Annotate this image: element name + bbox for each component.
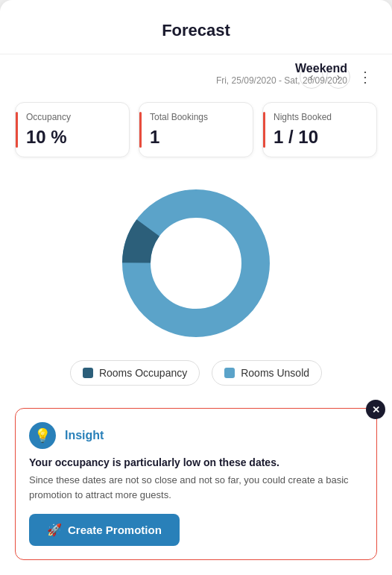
insight-header: 💡 Insight	[29, 422, 363, 449]
legend-occupancy: Rooms Occupancy	[70, 360, 200, 386]
legend-row: Rooms Occupancy Rooms Unsold	[0, 353, 392, 400]
insight-bold: Your occupancy is particularly low on th…	[29, 456, 363, 468]
insight-icon-wrap: 💡	[29, 422, 56, 449]
stat-occupancy: Occupancy 10 %	[15, 102, 130, 157]
header: Forecast	[0, 0, 392, 54]
insight-box: ✕ 💡 Insight Your occupancy is particular…	[15, 408, 377, 560]
stats-row: Occupancy 10 % Total Bookings 1 Nights B…	[0, 93, 392, 166]
legend-unsold: Rooms Unsold	[212, 360, 322, 386]
rocket-icon: 🚀	[47, 523, 62, 537]
nav-dates: Fri, 25/09/2020 - Sat, 26/09/2020	[216, 75, 347, 86]
legend-occupancy-dot	[83, 368, 93, 378]
nav-row: Weekend Fri, 25/09/2020 - Sat, 26/09/202…	[0, 54, 392, 93]
page-title: Forecast	[162, 21, 230, 40]
chart-section	[0, 166, 392, 353]
more-button[interactable]: ⋮	[353, 65, 377, 89]
legend-unsold-dot	[224, 368, 235, 378]
legend-occupancy-label: Rooms Occupancy	[99, 367, 187, 379]
legend-unsold-label: Rooms Unsold	[241, 367, 309, 379]
close-button[interactable]: ✕	[366, 400, 385, 419]
stat-nights: Nights Booked 1 / 10	[262, 102, 377, 157]
stat-bookings-value: 1	[150, 127, 242, 148]
bulb-icon: 💡	[34, 427, 51, 444]
stat-bookings-label: Total Bookings	[150, 112, 242, 122]
stat-nights-label: Nights Booked	[274, 112, 366, 122]
period-label: Weekend	[216, 62, 347, 75]
nav-label: Weekend Fri, 25/09/2020 - Sat, 26/09/202…	[216, 62, 347, 86]
stat-bookings: Total Bookings 1	[139, 102, 253, 157]
insight-title: Insight	[65, 429, 104, 442]
stat-nights-value: 1 / 10	[274, 127, 366, 148]
svg-point-2	[151, 219, 241, 308]
insight-body: Since these dates are not so close and n…	[29, 473, 363, 502]
stat-occupancy-label: Occupancy	[26, 112, 118, 122]
create-promotion-label: Create Promotion	[68, 524, 162, 536]
stat-occupancy-value: 10 %	[26, 127, 118, 148]
create-promotion-button[interactable]: 🚀 Create Promotion	[29, 514, 180, 546]
donut-chart	[114, 181, 278, 345]
main-card: Forecast Weekend Fri, 25/09/2020 - Sat, …	[0, 0, 392, 575]
